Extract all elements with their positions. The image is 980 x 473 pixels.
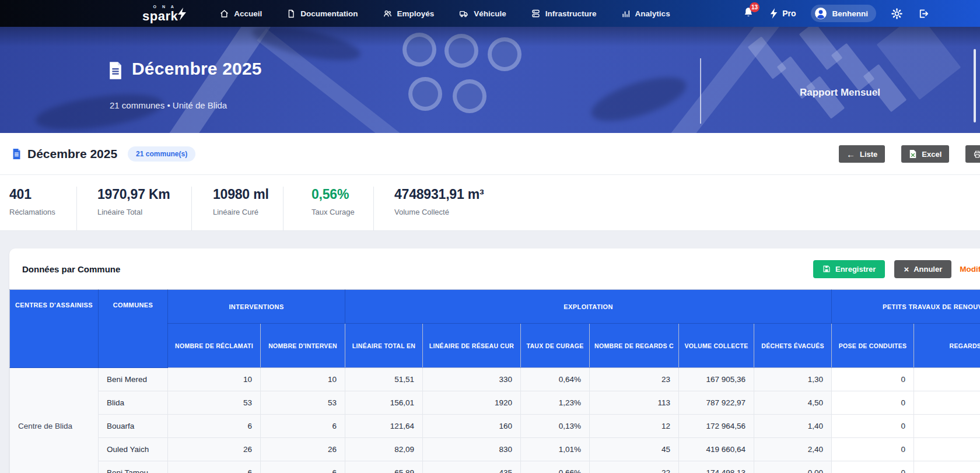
- value-cell: 330: [423, 368, 521, 391]
- editable-cell[interactable]: [914, 368, 980, 391]
- card-actions: Enregistrer × Annuler Modif: [813, 248, 980, 289]
- editable-cell[interactable]: 0: [832, 461, 914, 473]
- table-row: Ouled Yaich262682,098301,01%45419 660,64…: [10, 438, 980, 461]
- employees-icon: [383, 9, 393, 19]
- commune-cell: Blida: [99, 391, 168, 415]
- value-cell: 65,89: [345, 461, 423, 473]
- notifications-button[interactable]: 13: [743, 6, 754, 21]
- centre-cell: Centre de Blida: [10, 368, 99, 473]
- avatar-icon: [814, 7, 827, 20]
- stat-lineaire-total: 1970,97 Km Linéaire Total: [76, 187, 191, 230]
- card-header: Données par Commune Enregistrer × Annule…: [9, 248, 980, 289]
- communes-data-card: Données par Commune Enregistrer × Annule…: [9, 248, 980, 473]
- value-cell: 419 660,64: [679, 438, 754, 461]
- table-body: Centre de BlidaBeni Mered101051,513300,6…: [10, 368, 980, 473]
- excel-export-button[interactable]: Excel: [901, 145, 949, 163]
- editable-cell[interactable]: [914, 438, 980, 461]
- infrastructure-icon: [531, 9, 541, 19]
- settings-button[interactable]: [891, 8, 902, 19]
- home-icon: [219, 9, 229, 19]
- column-header-dechets: DÉCHETS ÉVACUÉS: [754, 324, 832, 368]
- print-button[interactable]: Imp: [965, 145, 980, 163]
- value-cell: 82,09: [345, 438, 423, 461]
- column-header-reclamations: NOMBRE DE RÉCLAMATI: [168, 324, 261, 368]
- value-cell: 53: [261, 391, 345, 415]
- nav-item-infrastructure[interactable]: Infrastructure: [531, 9, 597, 19]
- nav-item-vehicule[interactable]: Véhicule: [459, 9, 506, 19]
- value-cell: 787 922,97: [679, 391, 754, 415]
- nav-item-analytics[interactable]: Analytics: [621, 9, 670, 19]
- stat-taux-curage: 0,56% Taux Curage: [283, 187, 373, 230]
- value-cell: 23: [590, 368, 679, 391]
- value-cell: 1,01%: [521, 438, 590, 461]
- modified-status-text: Modif: [960, 265, 980, 274]
- column-header-regards: NOMBRE DE REGARDS C: [590, 324, 679, 368]
- value-cell: 26: [168, 438, 261, 461]
- value-cell: 121,64: [345, 415, 423, 438]
- hero-banner: Décembre 2025 21 communes • Unité de Bli…: [0, 27, 980, 133]
- value-cell: 53: [168, 391, 261, 415]
- value-cell: 113: [590, 391, 679, 415]
- gear-icon: [891, 8, 902, 19]
- lightning-bolt-icon: [176, 8, 187, 20]
- value-cell: 6: [261, 415, 345, 438]
- value-cell: 167 905,36: [679, 368, 754, 391]
- value-cell: 6: [168, 415, 261, 438]
- report-document-icon: [107, 61, 124, 80]
- nav-item-documentation[interactable]: Documentation: [286, 9, 358, 19]
- hero-divider-line: [700, 58, 701, 124]
- stats-summary: 401 Réclamations 1970,97 Km Linéaire Tot…: [0, 175, 980, 231]
- commune-cell: Beni Mered: [99, 368, 168, 391]
- editable-cell[interactable]: 0: [832, 438, 914, 461]
- value-cell: 0,66%: [521, 461, 590, 473]
- logo-text: spark: [142, 10, 178, 23]
- editable-cell[interactable]: 0: [832, 415, 914, 438]
- value-cell: 45: [590, 438, 679, 461]
- value-cell: 0,13%: [521, 415, 590, 438]
- editable-cell[interactable]: [914, 461, 980, 473]
- value-cell: 172 964,56: [679, 415, 754, 438]
- pro-lightning-icon: [769, 8, 778, 19]
- nav-item-employes[interactable]: Employés: [383, 9, 435, 19]
- editable-cell[interactable]: [914, 391, 980, 415]
- stat-volume-collecte: 4748931,91 m³ Volume Collecté: [373, 187, 980, 230]
- value-cell: 6: [261, 461, 345, 473]
- value-cell: 2,40: [754, 438, 832, 461]
- column-header-lineaire-total: LINÉAIRE TOTAL EN: [345, 324, 423, 368]
- liste-button[interactable]: ← Liste: [839, 145, 885, 163]
- card-title: Données par Commune: [22, 264, 120, 274]
- save-button[interactable]: Enregistrer: [813, 260, 885, 278]
- editable-cell[interactable]: 0: [832, 368, 914, 391]
- value-cell: 0,64%: [521, 368, 590, 391]
- logout-button[interactable]: [918, 8, 929, 19]
- value-cell: 156,01: [345, 391, 423, 415]
- value-cell: 830: [423, 438, 521, 461]
- printer-icon: [973, 150, 980, 159]
- vehicle-icon: [459, 9, 469, 19]
- editable-cell[interactable]: 0: [832, 391, 914, 415]
- column-header-taux-curage: TAUX DE CURAGE: [521, 324, 590, 368]
- editable-cell[interactable]: [914, 415, 980, 438]
- nav-right-cluster: 13 Pro Benhenni: [743, 5, 929, 22]
- scrollbar-thumb[interactable]: [974, 49, 976, 122]
- stat-lineaire-cure: 10980 ml Linéaire Curé: [191, 187, 283, 230]
- user-menu-button[interactable]: Benhenni: [811, 5, 876, 22]
- value-cell: 51,51: [345, 368, 423, 391]
- hero-title: Décembre 2025: [132, 59, 262, 79]
- communes-table: CENTRES D'ASSAINISS COMMUNES INTERVENTIO…: [9, 289, 980, 473]
- commune-cell: Bouarfa: [99, 415, 168, 438]
- value-cell: 4,50: [754, 391, 832, 415]
- document-icon: [286, 9, 296, 19]
- app-logo[interactable]: O N A spark: [142, 5, 187, 23]
- cancel-button[interactable]: × Annuler: [894, 260, 951, 278]
- value-cell: 160: [423, 415, 521, 438]
- pro-button[interactable]: Pro: [769, 8, 796, 19]
- group-header-exploitation: EXPLOITATION: [345, 290, 832, 324]
- value-cell: 1,23%: [521, 391, 590, 415]
- commune-cell: Beni Tamou: [99, 461, 168, 473]
- nav-item-accueil[interactable]: Accueil: [219, 9, 262, 19]
- page-actions: ← Liste Excel Imp: [839, 133, 980, 175]
- value-cell: 26: [261, 438, 345, 461]
- close-icon: ×: [904, 264, 909, 274]
- table-row: Beni Tamou6665,894350,66%22174 498,130,0…: [10, 461, 980, 473]
